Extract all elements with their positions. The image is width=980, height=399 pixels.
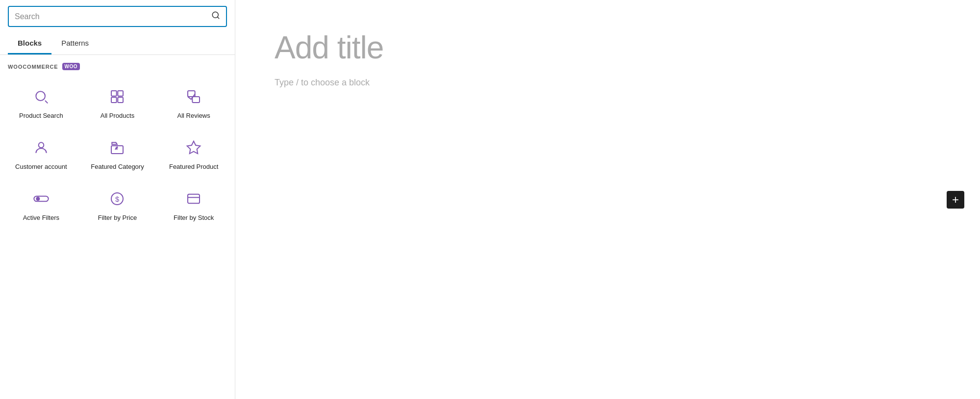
block-item-filter-by-price[interactable]: $ Filter by Price — [80, 180, 155, 229]
tab-patterns[interactable]: Patterns — [51, 33, 99, 54]
svg-rect-9 — [192, 97, 200, 103]
price-block-icon: $ — [108, 190, 126, 208]
search-input-wrapper[interactable] — [8, 6, 227, 27]
toggle-block-icon — [32, 190, 50, 208]
block-label-active-filters: Active Filters — [23, 213, 59, 222]
block-item-all-products[interactable]: All Products — [80, 78, 155, 127]
svg-line-1 — [217, 17, 219, 18]
account-block-icon — [32, 139, 50, 157]
sidebar: Blocks Patterns WOOCOMMERCE Woo Product … — [0, 0, 235, 399]
block-item-all-reviews[interactable]: All Reviews — [156, 78, 231, 127]
featured-category-block-icon — [108, 139, 126, 157]
add-block-button[interactable]: + — [947, 191, 964, 209]
block-item-customer-account[interactable]: Customer account — [4, 129, 78, 178]
grid-block-icon — [108, 88, 126, 106]
tab-blocks[interactable]: Blocks — [8, 33, 51, 54]
block-item-active-filters[interactable]: Active Filters — [4, 180, 78, 229]
svg-rect-5 — [118, 91, 124, 96]
search-icon — [211, 11, 220, 22]
featured-product-block-icon — [185, 139, 202, 157]
stock-block-icon — [185, 190, 202, 208]
block-hint: Type / to choose a block — [275, 78, 941, 88]
search-block-icon — [32, 88, 50, 106]
svg-point-10 — [38, 143, 44, 148]
block-label-customer-account: Customer account — [15, 162, 67, 171]
tabs: Blocks Patterns — [0, 33, 235, 55]
svg-text:$: $ — [115, 195, 119, 203]
reviews-block-icon — [185, 88, 202, 106]
svg-rect-18 — [188, 194, 200, 204]
block-label-all-reviews: All Reviews — [177, 111, 210, 120]
block-label-featured-category: Featured Category — [91, 162, 144, 171]
blocks-grid: Product Search All Products — [0, 74, 235, 234]
block-label-filter-by-stock: Filter by Stock — [174, 213, 214, 222]
block-item-product-search[interactable]: Product Search — [4, 78, 78, 127]
svg-point-15 — [36, 197, 40, 201]
search-bar — [0, 0, 235, 33]
woo-logo: Woo — [62, 63, 80, 70]
svg-rect-6 — [111, 97, 117, 103]
svg-line-3 — [45, 101, 48, 103]
block-item-featured-product[interactable]: Featured Product — [156, 129, 231, 178]
page-title-placeholder[interactable]: Add title — [275, 29, 941, 66]
search-input[interactable] — [15, 12, 207, 21]
block-item-filter-by-stock[interactable]: Filter by Stock — [156, 180, 231, 229]
svg-rect-4 — [111, 91, 117, 96]
section-label-text: WOOCOMMERCE — [8, 64, 58, 70]
block-label-all-products: All Products — [101, 111, 134, 120]
block-label-filter-by-price: Filter by Price — [98, 213, 137, 222]
block-item-featured-category[interactable]: Featured Category — [80, 129, 155, 178]
block-label-product-search: Product Search — [19, 111, 63, 120]
section-label: WOOCOMMERCE Woo — [0, 55, 235, 74]
svg-rect-7 — [118, 97, 124, 103]
svg-marker-13 — [187, 141, 201, 154]
block-label-featured-product: Featured Product — [169, 162, 218, 171]
svg-point-2 — [36, 91, 45, 101]
main-content: Add title Type / to choose a block + — [235, 0, 980, 399]
